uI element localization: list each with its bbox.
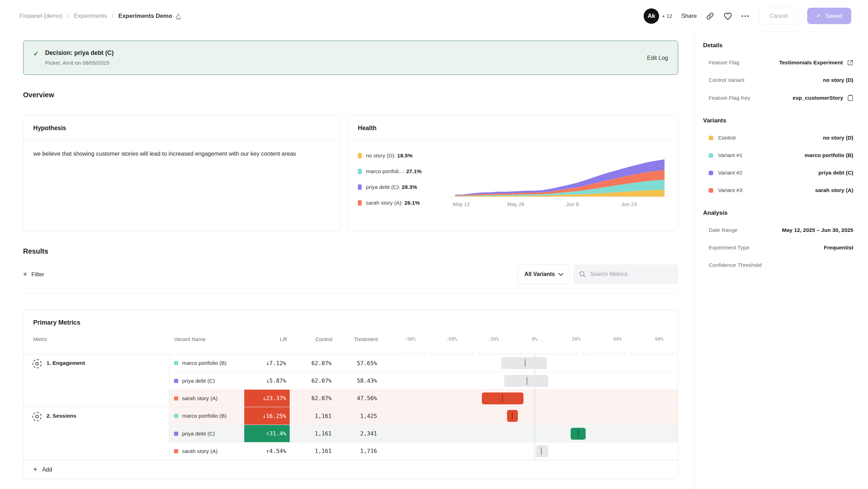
- table-row[interactable]: marco portfolio (B) ↓16.25% 1,161 1,425: [169, 407, 678, 425]
- search-metrics-box[interactable]: [573, 264, 678, 284]
- metric-group-engagement: 1. Engagement marco portfolio (B) ↓7.12%…: [23, 354, 678, 407]
- confidence-interval-cell: [381, 407, 678, 425]
- lift-marker: [578, 430, 579, 438]
- metric-name: 1. Engagement: [46, 360, 85, 366]
- avatar[interactable]: Ak: [644, 8, 659, 24]
- lift-cell: ↓5.87%: [244, 372, 290, 389]
- health-legend: no story (D): 18.5% marco portfoli...: 2…: [358, 153, 448, 208]
- variants-dropdown-label: All Variants: [525, 271, 555, 277]
- hypothesis-card: Hypothesis we believe that showing custo…: [23, 115, 341, 231]
- decision-byline: Picker, Amit on 08/05/2025: [45, 60, 647, 66]
- table-row[interactable]: sarah story (A) ↑4.54% 1,161 1,716: [169, 442, 678, 460]
- variant-cell: priya debt (C): [169, 372, 244, 389]
- table-row[interactable]: sarah story (A) ↓23.37% 62.07% 47.56%: [169, 389, 678, 407]
- variant-cell: priya debt (C): [169, 425, 244, 442]
- details-sidebar: Details Feature Flag Testimonials Experi…: [694, 32, 868, 489]
- search-icon: [579, 271, 586, 278]
- variant-label: Variant #1: [709, 152, 743, 158]
- treatment-cell: 2,341: [335, 425, 381, 442]
- col-header-lift: Lift: [244, 334, 290, 354]
- legend-label: no story (D): 18.5%: [366, 153, 413, 159]
- avatar-overflow-count: + 12: [662, 13, 672, 19]
- breadcrumb-experiments[interactable]: Experiments: [74, 13, 107, 20]
- analysis-heading: Analysis: [703, 210, 853, 217]
- edit-log-button[interactable]: Edit Log: [647, 55, 668, 61]
- control-cell: 1,161: [290, 407, 335, 425]
- analysis-label: Confidence Threshold: [709, 262, 761, 268]
- metric-group-sessions: 2. Sessions marco portfolio (B) ↓16.25% …: [23, 407, 678, 460]
- chevron-down-icon: [558, 273, 563, 276]
- col-header-metric: Metric: [23, 334, 169, 354]
- treatment-cell: 1,716: [335, 442, 381, 460]
- treatment-cell: 1,425: [335, 407, 381, 425]
- detail-label: Feature Flag Key: [709, 95, 750, 101]
- saved-button[interactable]: ✓ Saved: [807, 8, 851, 24]
- legend-label: marco portfoli...: 27.1%: [366, 168, 421, 175]
- favorite-heart-icon[interactable]: [723, 12, 732, 20]
- lift-marker: [541, 447, 542, 455]
- external-link-icon[interactable]: [847, 59, 853, 66]
- variant-value: priya debt (C): [818, 170, 853, 176]
- table-row[interactable]: priya debt (C) ↑31.4% 1,161 2,341: [169, 425, 678, 442]
- confidence-interval-cell: [381, 354, 678, 372]
- legend-item: no story (D): 18.5%: [358, 153, 448, 159]
- variant-cell: marco portfolio (B): [169, 407, 244, 425]
- table-row[interactable]: priya debt (C) ↓5.87% 62.07% 58.43%: [169, 372, 678, 389]
- add-metric-button[interactable]: + Add: [23, 460, 678, 479]
- more-menu-button[interactable]: •••: [742, 13, 750, 19]
- metric-cell[interactable]: 1. Engagement: [23, 354, 169, 407]
- overview-heading: Overview: [23, 91, 678, 99]
- health-card-body: no story (D): 18.5% marco portfoli...: 2…: [348, 140, 678, 210]
- detail-label: Feature Flag: [709, 59, 739, 66]
- control-cell: 62.07%: [290, 390, 335, 407]
- main-content: ✓ Decision: priya debt (C) Picker, Amit …: [0, 32, 694, 489]
- saved-label: Saved: [825, 13, 842, 20]
- variant-label: Control: [709, 135, 736, 141]
- treatment-cell: 57.65%: [335, 354, 381, 372]
- breadcrumb-separator: /: [67, 13, 69, 20]
- col-header-control: Control: [290, 334, 335, 354]
- analysis-label: Experiment Type: [709, 244, 749, 251]
- detail-value: exp_customerStory: [793, 94, 853, 101]
- hypothesis-title: Hypothesis: [33, 125, 66, 132]
- variant-swatch: [709, 188, 713, 193]
- axis-tick-label: 0%: [531, 336, 537, 342]
- clipboard-copy-icon[interactable]: [847, 94, 853, 101]
- variant-label: Variant #2: [709, 170, 743, 176]
- hypothesis-card-header: Hypothesis: [23, 115, 340, 140]
- primary-metrics-card: Primary Metrics Metric Variant Name Lift…: [23, 310, 678, 479]
- variant-swatch: [174, 361, 178, 365]
- decision-text: Decision: priya debt (C) Picker, Amit on…: [45, 49, 647, 66]
- hypothesis-body: we believe that showing customer stories…: [23, 140, 309, 168]
- legend-swatch: [358, 169, 362, 174]
- variant-value: no story (D): [823, 135, 853, 141]
- variants-dropdown[interactable]: All Variants: [518, 264, 570, 284]
- copy-link-icon[interactable]: [706, 12, 714, 20]
- breadcrumb-project[interactable]: Fixpanel {demo}: [20, 13, 63, 20]
- metric-variant-rows: marco portfolio (B) ↓7.12% 62.07% 57.65%…: [169, 354, 678, 407]
- add-filter-button[interactable]: + Filter: [23, 270, 44, 278]
- variant-swatch: [709, 171, 713, 175]
- health-stacked-area-chart: May 12May 26Jun 9Jun 23: [448, 148, 672, 208]
- variant-swatch: [709, 136, 713, 140]
- metric-cell[interactable]: 2. Sessions: [23, 407, 169, 460]
- add-label: Add: [42, 467, 52, 473]
- variant-row-control: Control no story (D): [709, 135, 853, 141]
- share-button[interactable]: Share: [681, 13, 697, 19]
- variant-swatch: [174, 396, 178, 401]
- table-row[interactable]: marco portfolio (B) ↓7.12% 62.07% 57.65%: [169, 354, 678, 372]
- variant-cell: sarah story (A): [169, 390, 244, 407]
- axis-tick-strip: [381, 350, 678, 354]
- search-metrics-input[interactable]: [590, 271, 673, 277]
- decision-title: Decision: priya debt (C): [45, 49, 647, 57]
- collaborators[interactable]: Ak + 12: [644, 8, 672, 24]
- breadcrumb: Fixpanel {demo} / Experiments / Experime…: [20, 13, 182, 20]
- legend-label: sarah story (A): 26.1%: [366, 200, 420, 206]
- variant-swatch: [174, 449, 178, 453]
- variant-swatch: [709, 153, 713, 158]
- variant-swatch: [174, 414, 178, 418]
- lift-marker: [525, 359, 526, 367]
- svg-text:Jun 9: Jun 9: [566, 201, 579, 207]
- top-actions: Ak + 12 Share ••• Cancel ✓ Saved: [644, 8, 851, 24]
- cancel-button[interactable]: Cancel: [759, 8, 798, 24]
